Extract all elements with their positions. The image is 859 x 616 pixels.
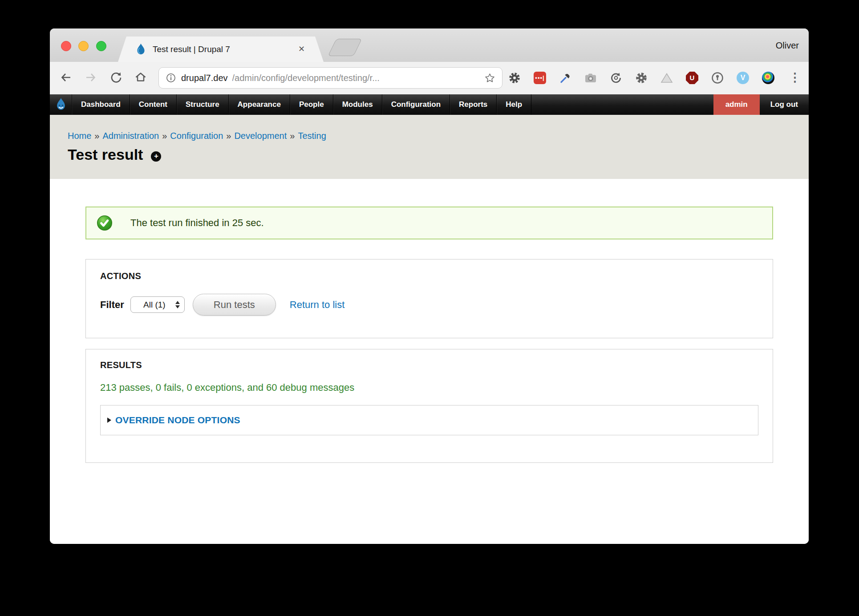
page-title: Test result [68,146,143,163]
toolbar-item-content[interactable]: Content [130,94,177,115]
filter-label: Filter [100,299,124,311]
actions-fieldset: ACTIONS Filter All (1) Run tests Return … [85,259,773,338]
run-tests-button[interactable]: Run tests [193,294,276,316]
url-path: /admin/config/development/testing/r... [232,73,479,83]
status-text: The test run finished in 25 sec. [130,217,264,229]
filter-select[interactable]: All (1) [130,296,185,313]
results-legend: RESULTS [100,360,758,370]
url-host: drupal7.dev [181,73,228,83]
drupal-admin-toolbar: Dashboard Content Structure Appearance P… [50,94,809,115]
gear-dark-icon[interactable] [635,71,648,85]
success-check-icon [97,215,113,231]
add-shortcut-icon[interactable]: + [151,151,161,162]
collapsed-arrow-icon [107,417,111,423]
drive-triangle-icon[interactable] [660,71,673,85]
tab-close-icon[interactable]: ✕ [298,36,305,62]
breadcrumb: Home»Administration»Configuration»Develo… [68,131,326,141]
return-to-list-link[interactable]: Return to list [290,299,345,311]
toolbar-item-reports[interactable]: Reports [450,94,497,115]
filter-select-value: All (1) [134,300,175,310]
toolbar-item-modules[interactable]: Modules [333,94,382,115]
toolbar-item-help[interactable]: Help [497,94,531,115]
browser-window: Test result | Drupal 7 ✕ Oliver drupal7.… [50,28,809,544]
toolbar-user-admin[interactable]: admin [713,94,760,115]
minimize-window-button[interactable] [78,41,89,51]
drupal-logo-icon[interactable] [50,94,72,115]
toolbar-item-dashboard[interactable]: Dashboard [72,94,130,115]
refresh-checker-icon[interactable] [609,71,623,85]
settings-gear-icon[interactable] [508,71,521,85]
results-summary: 213 passes, 0 fails, 0 exceptions, and 6… [100,382,758,393]
breadcrumb-testing[interactable]: Testing [298,131,326,141]
page-info-icon[interactable] [165,72,177,84]
breadcrumb-configuration[interactable]: Configuration [170,131,223,141]
eyedropper-icon[interactable] [559,71,572,85]
back-icon[interactable] [59,71,73,84]
home-icon[interactable] [134,71,147,84]
results-fieldset: RESULTS 213 passes, 0 fails, 0 exception… [85,349,773,463]
zoom-window-button[interactable] [96,41,106,51]
status-message: The test run finished in 25 sec. [85,207,773,239]
extension-icons: •••| [508,71,775,85]
toolbar-item-configuration[interactable]: Configuration [382,94,450,115]
page-content: The test run finished in 25 sec. ACTIONS… [50,179,809,544]
forward-icon[interactable] [84,71,97,84]
toolbar-item-appearance[interactable]: Appearance [229,94,290,115]
select-stepper-icon [175,301,180,308]
breadcrumb-home[interactable]: Home [68,131,91,141]
camera-lens-icon[interactable] [762,71,775,85]
page-header: Home»Administration»Configuration»Develo… [50,115,809,179]
ublock-icon[interactable]: U [685,71,699,85]
browser-toolbar: drupal7.dev /admin/config/development/te… [50,62,809,94]
close-window-button[interactable] [61,41,71,51]
override-node-options-label[interactable]: OVERRIDE NODE OPTIONS [115,415,240,426]
toolbar-item-structure[interactable]: Structure [177,94,229,115]
password-manager-icon[interactable]: •••| [533,71,547,85]
browser-profile-name[interactable]: Oliver [776,41,799,51]
breadcrumb-administration[interactable]: Administration [102,131,159,141]
drupal-favicon-icon [135,43,147,56]
actions-legend: ACTIONS [100,271,758,281]
page-title-row: Test result + [68,146,161,163]
tab-strip: Test result | Drupal 7 ✕ Oliver [50,28,809,62]
override-node-options-fieldset[interactable]: OVERRIDE NODE OPTIONS [100,405,758,435]
camera-icon[interactable] [584,71,597,85]
url-bar[interactable]: drupal7.dev /admin/config/development/te… [158,67,502,89]
toolbar-item-people[interactable]: People [290,94,333,115]
keyhole-circle-icon[interactable] [711,71,724,85]
reload-icon[interactable] [109,71,123,84]
browser-tab[interactable]: Test result | Drupal 7 ✕ [118,36,324,62]
vimeo-icon[interactable]: V [736,71,750,85]
bookmark-star-icon[interactable] [484,72,496,84]
browser-menu-icon[interactable]: ⋮ [788,71,802,84]
tab-title: Test result | Drupal 7 [153,36,230,62]
breadcrumb-development[interactable]: Development [234,131,287,141]
toolbar-logout[interactable]: Log out [760,94,809,115]
new-tab-button[interactable] [328,39,362,56]
